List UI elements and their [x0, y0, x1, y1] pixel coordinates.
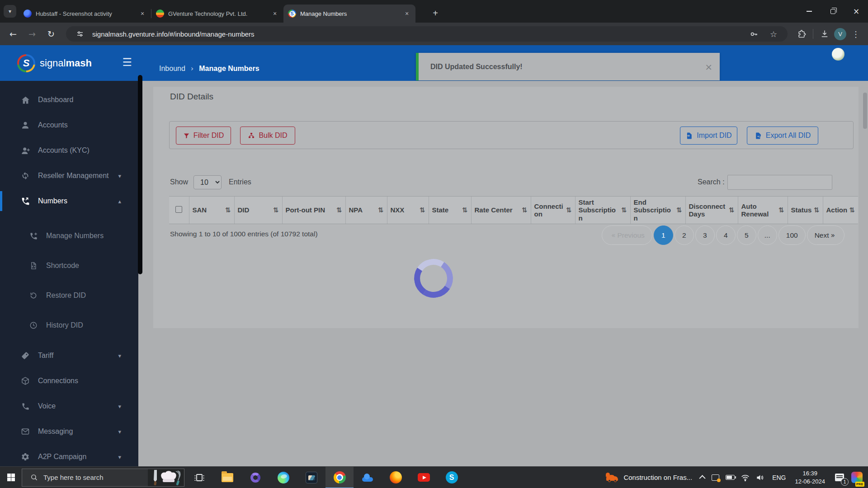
youtube-button[interactable] — [410, 467, 438, 488]
column-header-start-subscription[interactable]: Start Subscription⇅ — [575, 197, 630, 224]
pagination-page-2[interactable]: 2 — [675, 225, 694, 245]
tablet-mode-button[interactable] — [708, 467, 722, 488]
column-header-npa[interactable]: NPA⇅ — [345, 197, 387, 224]
cloud-app-button[interactable] — [354, 467, 382, 488]
pagination-ellipsis[interactable]: ... — [758, 225, 777, 245]
volume-button[interactable] — [753, 467, 768, 488]
column-header-portout-pin[interactable]: Port-out PIN⇅ — [282, 197, 345, 224]
column-header-state[interactable]: State⇅ — [429, 197, 471, 224]
sort-icon[interactable]: ⇅ — [225, 206, 231, 214]
bulk-did-button[interactable]: Bulk DID — [240, 127, 295, 145]
sidebar-item-manage-numbers[interactable]: Manage Numbers — [0, 221, 138, 251]
file-explorer-button[interactable] — [213, 467, 241, 488]
sidebar-item-dashboard[interactable]: Dashboard — [0, 87, 138, 113]
sidebar-item-accounts-kyc[interactable]: Accounts (KYC) — [0, 138, 138, 163]
sort-icon[interactable]: ⇅ — [778, 206, 784, 214]
sidebar-item-restore-did[interactable]: Restore DID — [0, 281, 138, 310]
search-input[interactable] — [727, 175, 832, 190]
sort-icon[interactable]: ⇅ — [378, 206, 384, 214]
sidebar-item-a2p-campaign[interactable]: A2P Campaign ▾ — [0, 444, 138, 469]
column-header-nxx[interactable]: NXX⇅ — [387, 197, 429, 224]
bookmark-star-icon[interactable]: ☆ — [766, 26, 781, 42]
column-header-action[interactable]: Action⇅ — [823, 197, 858, 224]
extensions-icon[interactable] — [794, 26, 809, 42]
site-info-tune-icon[interactable] — [72, 26, 88, 42]
hamburger-menu-icon[interactable]: ☰ — [122, 56, 132, 69]
chrome-button[interactable] — [326, 467, 354, 488]
copilot-button[interactable]: PRE — [849, 467, 868, 488]
tab-gventure[interactable]: GVenture Technology Pvt. Ltd. × — [151, 5, 283, 23]
column-header-auto-renewal[interactable]: Auto Renewal⇅ — [738, 197, 788, 224]
sort-icon[interactable]: ⇅ — [462, 206, 468, 214]
column-header-end-subscription[interactable]: End Subscription⇅ — [630, 197, 685, 224]
tray-expand-button[interactable] — [698, 467, 708, 488]
page-scrollbar-thumb[interactable] — [863, 93, 867, 129]
sort-icon[interactable]: ⇅ — [420, 206, 425, 214]
window-minimize-button[interactable] — [797, 0, 821, 23]
column-header-connection[interactable]: Connection⇅ — [531, 197, 575, 224]
breadcrumb-section[interactable]: Inbound — [159, 65, 185, 73]
start-button[interactable] — [0, 467, 22, 488]
sort-icon[interactable]: ⇅ — [522, 206, 528, 214]
pagination-next-button[interactable]: Next » — [807, 225, 844, 245]
task-view-button[interactable] — [185, 467, 213, 488]
sidebar-item-numbers[interactable]: Numbers ▴ — [0, 188, 138, 214]
sort-icon[interactable]: ⇅ — [621, 206, 627, 214]
pagination-page-5[interactable]: 5 — [737, 225, 756, 245]
pagination-page-4[interactable]: 4 — [716, 225, 736, 245]
sort-icon[interactable]: ⇅ — [849, 206, 855, 214]
window-restore-button[interactable] — [821, 0, 844, 23]
forward-button[interactable]: → — [24, 25, 41, 42]
import-did-button[interactable]: Import DID — [680, 127, 737, 145]
select-all-checkbox[interactable] — [175, 206, 182, 213]
back-button[interactable]: ← — [5, 25, 22, 42]
sidebar-item-tariff[interactable]: Tariff ▾ — [0, 343, 138, 368]
language-indicator[interactable]: ENG — [768, 467, 790, 488]
sort-icon[interactable]: ⇅ — [273, 206, 279, 214]
pagination-page-100[interactable]: 100 — [778, 225, 806, 245]
loop-app-button[interactable] — [241, 467, 269, 488]
wifi-button[interactable] — [738, 467, 753, 488]
column-header-rate-center[interactable]: Rate Center⇅ — [471, 197, 531, 224]
clock[interactable]: 16:39 12-06-2024 — [791, 469, 830, 485]
sort-icon[interactable]: ⇅ — [814, 206, 820, 214]
export-all-did-button[interactable]: Export All DID — [747, 127, 818, 145]
skype-button[interactable]: S — [438, 467, 466, 488]
column-header-status[interactable]: Status⇅ — [788, 197, 823, 224]
column-header-did[interactable]: DID⇅ — [234, 197, 282, 224]
browser-menu-kebab-icon[interactable]: ⋮ — [848, 26, 863, 42]
user-avatar[interactable] — [832, 48, 844, 61]
tab-close-icon[interactable]: × — [271, 9, 279, 18]
pagination-previous-button[interactable]: « Previous — [602, 225, 652, 245]
photos-app-button[interactable] — [297, 467, 326, 488]
battery-button[interactable] — [722, 467, 738, 488]
sidebar-item-connections[interactable]: Connections — [0, 368, 138, 394]
reload-button[interactable]: ↻ — [42, 25, 60, 42]
column-header-san[interactable]: SAN⇅ — [189, 197, 234, 224]
sort-icon[interactable]: ⇅ — [566, 206, 572, 214]
tab-manage-numbers-active[interactable]: S Manage Numbers × — [283, 5, 415, 23]
toast-close-icon[interactable]: × — [705, 61, 712, 72]
omnibox[interactable]: signalmash.gventure.info/#/inbound/manag… — [66, 26, 788, 42]
notification-center-button[interactable]: 1 — [830, 467, 849, 488]
window-close-button[interactable]: × — [844, 0, 868, 23]
sort-icon[interactable]: ⇅ — [336, 206, 342, 214]
sidebar-item-accounts[interactable]: Accounts — [0, 113, 138, 138]
tab-hubstaff[interactable]: Hubstaff - Screenshot activity × — [19, 5, 151, 23]
firefox-button[interactable] — [382, 467, 410, 488]
tab-close-icon[interactable]: × — [138, 9, 146, 18]
pagination-page-1[interactable]: 1 — [654, 225, 673, 245]
taskbar-search-box[interactable]: Type here to search — [22, 469, 184, 487]
edge-button[interactable] — [269, 467, 297, 488]
sidebar-item-voice[interactable]: Voice ▾ — [0, 394, 138, 419]
news-widget[interactable]: Construction on Fras... — [600, 467, 698, 488]
tab-search-chevron-icon[interactable]: ▾ — [4, 5, 16, 18]
sidebar-scrollbar[interactable] — [138, 75, 142, 274]
password-key-icon[interactable] — [746, 26, 761, 42]
page-size-select[interactable]: 10 — [193, 175, 222, 189]
tab-close-icon[interactable]: × — [403, 9, 411, 18]
sort-icon[interactable]: ⇅ — [676, 206, 682, 214]
downloads-icon[interactable] — [817, 26, 832, 42]
url-text[interactable]: signalmash.gventure.info/#/inbound/manag… — [92, 30, 741, 38]
filter-did-button[interactable]: Filter DID — [176, 127, 231, 145]
